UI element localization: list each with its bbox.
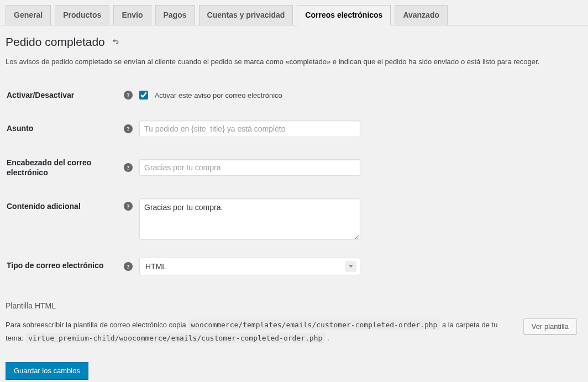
page-description: Los avisos de pedido completado se envía… (6, 56, 577, 67)
chevron-down-icon (345, 261, 356, 272)
tab-advanced[interactable]: Avanzado (395, 5, 448, 25)
settings-tabs: General Productos Envío Pagos Cuentas y … (0, 0, 588, 25)
enable-checkbox-label[interactable]: Activar este aviso por correo electrónic… (139, 91, 282, 100)
heading-input[interactable] (139, 159, 360, 176)
tab-emails[interactable]: Correos electrónicos (297, 5, 391, 25)
help-icon[interactable]: ? (124, 163, 133, 172)
email-type-label: Tipo de correo electrónico (7, 249, 117, 284)
template-text-prefix: Para sobreescribir la plantilla de corre… (6, 321, 186, 329)
tab-general[interactable]: General (6, 5, 51, 25)
tab-products[interactable]: Productos (55, 5, 109, 25)
heading-label: Encabezado del correo electrónico (7, 146, 117, 189)
settings-form: Activar/Desactivar ? Activar este aviso … (6, 78, 577, 285)
enable-label: Activar/Desactivar (7, 79, 117, 111)
enable-checkbox-text: Activar este aviso por correo electrónic… (155, 91, 282, 100)
template-dest-path: virtue_premium-child/woocommerce/emails/… (25, 333, 325, 343)
template-text-suffix: . (327, 334, 329, 342)
additional-label: Contenido adicional (7, 190, 117, 248)
page-title: Pedido completado (6, 25, 577, 51)
template-override-text: Para sobreescribir la plantilla de corre… (6, 318, 512, 346)
help-icon[interactable]: ? (124, 91, 133, 100)
save-changes-button[interactable]: Guardar los cambios (6, 362, 88, 379)
tab-payments[interactable]: Pagos (155, 5, 195, 25)
tab-shipping[interactable]: Envío (113, 5, 151, 25)
template-source-path: woocommerce/templates/emails/customer-co… (188, 320, 440, 330)
enable-checkbox[interactable] (139, 91, 148, 100)
help-icon[interactable]: ? (124, 262, 133, 271)
additional-content-textarea[interactable] (139, 198, 360, 240)
help-icon[interactable]: ? (124, 202, 133, 211)
view-template-button[interactable]: Ver plantilla (523, 318, 577, 334)
subject-label: Asunto (7, 112, 117, 145)
email-type-select[interactable]: HTML (139, 258, 360, 275)
tab-accounts-privacy[interactable]: Cuentas y privacidad (199, 5, 293, 25)
template-section-title: Plantilla HTML (6, 301, 577, 310)
help-icon[interactable]: ? (124, 124, 133, 133)
page-title-text: Pedido completado (6, 35, 105, 48)
return-arrow-icon (112, 38, 119, 45)
email-type-selected: HTML (145, 262, 166, 271)
subject-input[interactable] (139, 121, 360, 137)
back-link[interactable] (112, 38, 119, 48)
